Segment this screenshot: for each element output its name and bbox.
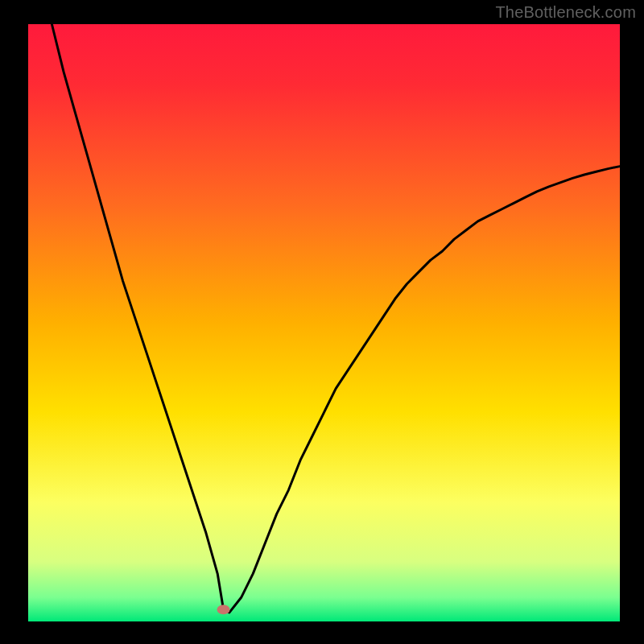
optimal-point-marker xyxy=(217,605,230,614)
chart-frame: TheBottleneck.com xyxy=(0,0,644,644)
plot-background xyxy=(28,24,620,621)
watermark-text: TheBottleneck.com xyxy=(495,3,636,22)
bottleneck-chart xyxy=(0,0,644,644)
